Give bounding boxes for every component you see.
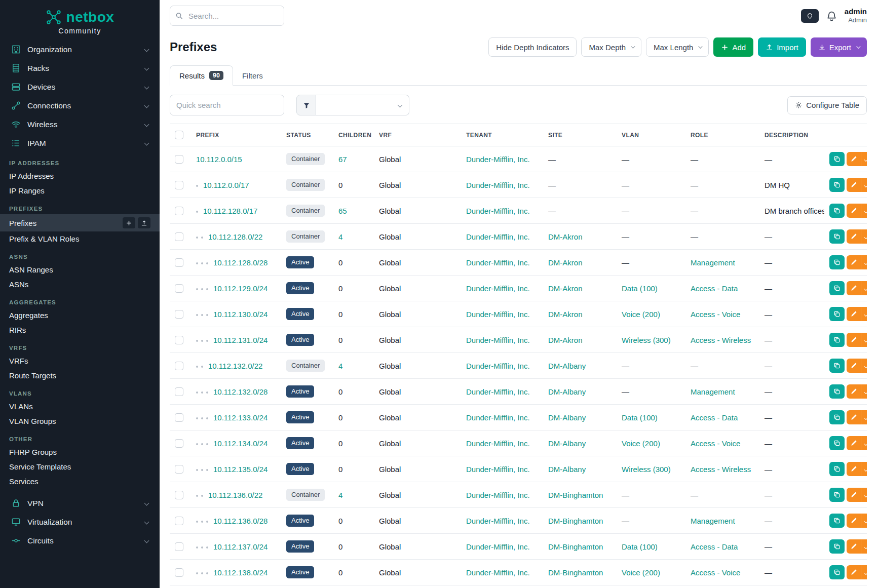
role-link[interactable]: Access - Voice (691, 568, 740, 577)
row-checkbox[interactable] (175, 181, 183, 189)
edit-button[interactable] (847, 307, 861, 321)
sidebar-item-asns[interactable]: ASNs (0, 277, 160, 292)
site-link[interactable]: DM-Binghamton (548, 542, 603, 551)
role-link[interactable]: Management (691, 517, 735, 525)
column-header-role[interactable]: ROLE (685, 124, 759, 146)
edit-button[interactable] (847, 178, 861, 192)
sidebar-item-vrfs[interactable]: VRFs (0, 354, 160, 368)
sidebar-item-wireless[interactable]: Wireless (0, 115, 160, 134)
sidebar-item-ip-ranges[interactable]: IP Ranges (0, 183, 160, 198)
clone-button[interactable] (829, 229, 845, 244)
row-checkbox[interactable] (175, 387, 183, 396)
site-link[interactable]: DM-Akron (548, 232, 583, 241)
edit-button[interactable] (847, 514, 861, 528)
tab-results[interactable]: Results 90 (170, 65, 233, 86)
row-checkbox[interactable] (175, 336, 183, 344)
tenant-link[interactable]: Dunder-Mifflin, Inc. (466, 232, 530, 241)
tenant-link[interactable]: Dunder-Mifflin, Inc. (466, 362, 530, 370)
clone-button[interactable] (829, 152, 845, 166)
edit-dropdown-button[interactable] (861, 565, 867, 579)
role-link[interactable]: Management (691, 258, 735, 267)
prefix-link[interactable]: 10.112.136.0/22 (208, 491, 262, 499)
edit-dropdown-button[interactable] (861, 436, 867, 450)
edit-dropdown-button[interactable] (861, 462, 867, 476)
prefix-link[interactable]: 10.112.138.0/24 (213, 568, 268, 577)
clone-button[interactable] (829, 307, 845, 321)
quick-add-button[interactable] (123, 217, 135, 228)
tenant-link[interactable]: Dunder-Mifflin, Inc. (466, 336, 530, 344)
quick-import-button[interactable] (138, 217, 150, 228)
clone-button[interactable] (829, 514, 845, 528)
prefix-link[interactable]: 10.112.131.0/24 (213, 336, 268, 344)
prefix-link[interactable]: 10.112.130.0/24 (213, 310, 268, 319)
notifications-button[interactable] (826, 11, 837, 21)
filter-button[interactable] (296, 95, 316, 115)
edit-dropdown-button[interactable] (861, 307, 867, 321)
edit-dropdown-button[interactable] (861, 229, 867, 244)
hide-depth-indicators-button[interactable]: Hide Depth Indicators (488, 37, 577, 57)
column-header-status[interactable]: STATUS (281, 124, 333, 146)
clone-button[interactable] (829, 204, 845, 218)
global-search-input[interactable] (170, 6, 284, 26)
row-checkbox[interactable] (175, 491, 183, 499)
edit-dropdown-button[interactable] (861, 281, 867, 295)
prefix-link[interactable]: 10.112.136.0/28 (213, 517, 268, 525)
prefix-link[interactable]: 10.112.0.0/17 (203, 181, 249, 189)
column-header-vlan[interactable]: VLAN (617, 124, 685, 146)
logo[interactable]: netbox Community (0, 0, 160, 40)
role-link[interactable]: Access - Wireless (691, 465, 751, 474)
site-link[interactable]: DM-Binghamton (548, 491, 603, 499)
import-button[interactable]: Import (758, 37, 806, 57)
tenant-link[interactable]: Dunder-Mifflin, Inc. (466, 568, 530, 577)
row-checkbox[interactable] (175, 568, 183, 577)
clone-button[interactable] (829, 436, 845, 450)
prefix-link[interactable]: 10.112.0.0/15 (196, 155, 242, 164)
row-checkbox[interactable] (175, 258, 183, 267)
max-length-dropdown[interactable]: Max Length (646, 37, 709, 57)
role-link[interactable]: Access - Wireless (691, 336, 751, 344)
children-count-link[interactable]: 65 (338, 207, 347, 215)
edit-dropdown-button[interactable] (861, 152, 867, 166)
prefix-link[interactable]: 10.112.133.0/24 (213, 413, 268, 422)
clone-button[interactable] (829, 462, 845, 476)
vlan-link[interactable]: Wireless (300) (622, 465, 671, 474)
clone-button[interactable] (829, 488, 845, 502)
column-header-prefix[interactable]: PREFIX (191, 124, 281, 146)
clone-button[interactable] (829, 359, 845, 373)
tenant-link[interactable]: Dunder-Mifflin, Inc. (466, 387, 530, 396)
tab-filters[interactable]: Filters (233, 65, 272, 86)
column-header-description[interactable]: DESCRIPTION (759, 124, 824, 146)
sidebar-item-aggregates[interactable]: Aggregates (0, 308, 160, 323)
tenant-link[interactable]: Dunder-Mifflin, Inc. (466, 542, 530, 551)
role-link[interactable]: Access - Voice (691, 439, 740, 448)
role-link[interactable]: Access - Data (691, 413, 738, 422)
role-link[interactable]: Access - Data (691, 542, 738, 551)
clone-button[interactable] (829, 281, 845, 295)
role-link[interactable]: Management (691, 387, 735, 396)
prefix-link[interactable]: 10.112.128.0/28 (213, 258, 268, 267)
edit-dropdown-button[interactable] (861, 333, 867, 347)
prefix-link[interactable]: 10.112.128.0/22 (208, 232, 262, 241)
select-all-checkbox[interactable] (175, 131, 183, 139)
edit-dropdown-button[interactable] (861, 488, 867, 502)
sidebar-item-prefixes[interactable]: Prefixes (0, 214, 160, 231)
edit-button[interactable] (847, 565, 861, 579)
prefix-link[interactable]: 10.112.137.0/24 (213, 542, 268, 551)
row-checkbox[interactable] (175, 439, 183, 448)
row-checkbox[interactable] (175, 284, 183, 293)
sidebar-item-devices[interactable]: Devices (0, 77, 160, 96)
prefix-link[interactable]: 10.112.132.0/28 (213, 387, 268, 396)
add-button[interactable]: Add (713, 37, 753, 57)
children-count-link[interactable]: 4 (338, 491, 342, 499)
sidebar-item-circuits[interactable]: Circuits (0, 531, 160, 550)
tenant-link[interactable]: Dunder-Mifflin, Inc. (466, 465, 530, 474)
edit-dropdown-button[interactable] (861, 178, 867, 192)
prefix-link[interactable]: 10.112.134.0/24 (213, 439, 268, 448)
tenant-link[interactable]: Dunder-Mifflin, Inc. (466, 439, 530, 448)
site-link[interactable]: DM-Albany (548, 413, 586, 422)
tenant-link[interactable]: Dunder-Mifflin, Inc. (466, 258, 530, 267)
site-link[interactable]: DM-Akron (548, 284, 583, 293)
saved-filter-select[interactable] (316, 95, 409, 115)
role-link[interactable]: Access - Voice (691, 310, 740, 319)
export-button[interactable]: Export (811, 37, 867, 57)
